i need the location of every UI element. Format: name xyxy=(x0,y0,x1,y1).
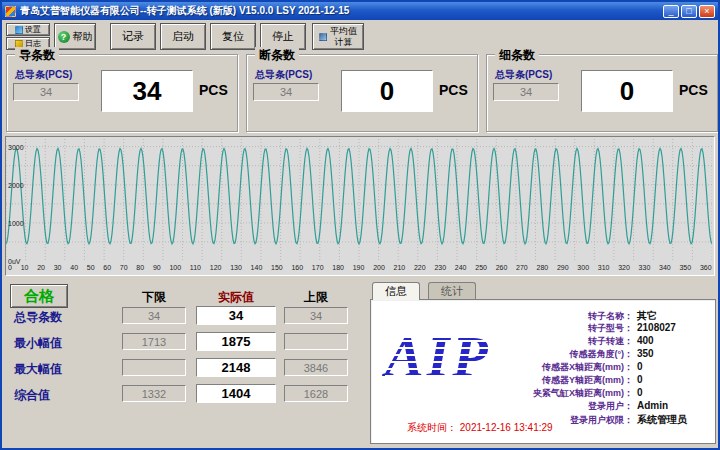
help-label: 帮助 xyxy=(73,30,93,44)
field-value: 系统管理员 xyxy=(637,413,687,427)
x-tick-label: 260 xyxy=(496,264,508,274)
average-button[interactable]: 平均值 计算 xyxy=(312,23,364,50)
row-label-composite-value: 综合值 xyxy=(14,387,114,404)
waveform-plot xyxy=(6,139,712,261)
x-tick-label: 220 xyxy=(414,264,426,274)
info-row-rotor-speed: 转子转速： 400 xyxy=(511,335,711,348)
field-label: 传感器角度(°)： xyxy=(511,348,633,361)
app-icon xyxy=(5,6,16,17)
x-tick-label: 160 xyxy=(291,264,303,274)
field-label: 转子转速： xyxy=(511,335,633,348)
minimize-button[interactable]: _ xyxy=(663,5,679,18)
x-axis-labels: 0102030405060708090100110120130140150160… xyxy=(6,264,714,274)
x-tick-label: 320 xyxy=(618,264,630,274)
maximize-button[interactable]: □ xyxy=(681,5,697,18)
y-tick-label: 3000 xyxy=(8,143,24,150)
x-tick-label: 100 xyxy=(169,264,181,274)
field-value: 2108027 xyxy=(637,322,676,333)
field-value: 0 xyxy=(637,374,643,385)
y-tick-label: 2000 xyxy=(8,181,24,188)
cell-lower: 34 xyxy=(122,307,186,324)
x-tick-label: 110 xyxy=(190,264,201,274)
info-row-sensor-angle: 传感器角度(°)： 350 xyxy=(511,348,711,361)
help-icon: ? xyxy=(58,31,70,43)
field-label: 夹紧气缸X轴距离(mm)： xyxy=(511,387,633,400)
x-tick-label: 350 xyxy=(679,264,691,274)
settings-icon xyxy=(15,26,23,34)
x-tick-label: 270 xyxy=(516,264,528,274)
tab-info[interactable]: 信息 xyxy=(372,282,420,300)
broken-count-display: 0 xyxy=(341,70,433,112)
cell-actual: 34 xyxy=(196,306,276,325)
average-icon xyxy=(319,33,327,41)
x-tick-label: 130 xyxy=(230,264,242,274)
stop-button[interactable]: 停止 xyxy=(260,23,306,50)
field-value: 其它 xyxy=(637,309,657,323)
help-button[interactable]: ? 帮助 xyxy=(54,23,96,50)
header-actual-value: 实际值 xyxy=(196,289,276,306)
average-label: 平均值 计算 xyxy=(330,26,357,47)
settings-button[interactable]: 设置 xyxy=(6,23,50,36)
bar-count-display: 34 xyxy=(101,70,193,112)
field-value: 400 xyxy=(637,335,654,346)
record-button[interactable]: 记录 xyxy=(110,23,156,50)
x-tick-label: 90 xyxy=(153,264,161,274)
x-tick-label: 330 xyxy=(639,264,651,274)
total-bars-label: 总导条(PCS) xyxy=(15,68,72,82)
info-row-rotor-name: 转子名称： 其它 xyxy=(511,309,711,322)
thin-count-display: 0 xyxy=(581,70,673,112)
start-button[interactable]: 启动 xyxy=(160,23,206,50)
cell-upper: 3846 xyxy=(284,359,348,376)
x-tick-label: 30 xyxy=(54,264,62,274)
total-bars-label: 总导条(PCS) xyxy=(255,68,312,82)
x-tick-label: 310 xyxy=(598,264,610,274)
field-label: 传感器X轴距离(mm)： xyxy=(511,361,633,374)
system-time: 系统时间： 2021-12-16 13:41:29 xyxy=(407,421,553,435)
x-tick-label: 60 xyxy=(103,264,111,274)
groupbox-title: 断条数 xyxy=(255,47,299,64)
x-tick-label: 150 xyxy=(271,264,283,274)
reset-button[interactable]: 复位 xyxy=(210,23,256,50)
row-label-max-amplitude: 最大幅值 xyxy=(14,361,114,378)
app-window: 青岛艾普智能仪器有限公司--转子测试系统 (新版) V15.0.0 LSY 20… xyxy=(0,0,720,450)
cell-lower: 1332 xyxy=(122,385,186,402)
groupbox-broken-count: 断条数 总导条(PCS) 34 0 PCS xyxy=(246,54,478,132)
x-tick-label: 200 xyxy=(373,264,385,274)
field-value: 0 xyxy=(637,361,643,372)
field-value: 0 xyxy=(637,387,643,398)
x-tick-label: 50 xyxy=(87,264,95,274)
x-tick-label: 20 xyxy=(37,264,45,274)
x-tick-label: 340 xyxy=(659,264,671,274)
info-panel: 信息 统计 AIP 转子名称： 其它 转子型号： 2108027 转子转速： 4… xyxy=(370,282,716,444)
cell-lower: 1713 xyxy=(122,333,186,350)
info-fields: 转子名称： 其它 转子型号： 2108027 转子转速： 400 传感器角度(°… xyxy=(511,309,711,426)
tab-statistics[interactable]: 统计 xyxy=(428,282,476,299)
x-tick-label: 180 xyxy=(332,264,344,274)
info-row-login-user: 登录用户： Admin xyxy=(511,400,711,413)
x-tick-label: 140 xyxy=(251,264,263,274)
close-button[interactable]: × xyxy=(699,5,715,18)
cell-lower xyxy=(122,359,186,376)
info-row-rotor-model: 转子型号： 2108027 xyxy=(511,322,711,335)
x-tick-label: 250 xyxy=(475,264,487,274)
groupbox-thin-count: 细条数 总导条(PCS) 34 0 PCS xyxy=(486,54,718,132)
info-panel-body: AIP 转子名称： 其它 转子型号： 2108027 转子转速： 400 传感器… xyxy=(370,299,716,444)
x-tick-label: 0 xyxy=(8,264,12,274)
row-label-min-amplitude: 最小幅值 xyxy=(14,335,114,352)
x-tick-label: 10 xyxy=(21,264,29,274)
header-upper-limit: 上限 xyxy=(284,289,348,306)
field-label: 登录用户： xyxy=(511,400,633,413)
window-controls: _ □ × xyxy=(663,5,715,18)
field-value: Admin xyxy=(637,400,668,411)
x-tick-label: 210 xyxy=(394,264,406,274)
x-tick-label: 70 xyxy=(120,264,128,274)
x-tick-label: 120 xyxy=(210,264,222,274)
pcs-unit-label: PCS xyxy=(199,82,228,98)
info-row-sensor-y: 传感器Y轴距离(mm)： 0 xyxy=(511,374,711,387)
header-lower-limit: 下限 xyxy=(122,289,186,306)
x-tick-label: 240 xyxy=(455,264,467,274)
field-label: 转子型号： xyxy=(511,322,633,335)
info-row-clamp-x: 夹紧气缸X轴距离(mm)： 0 xyxy=(511,387,711,400)
x-tick-label: 280 xyxy=(537,264,549,274)
cell-actual: 2148 xyxy=(196,358,276,377)
